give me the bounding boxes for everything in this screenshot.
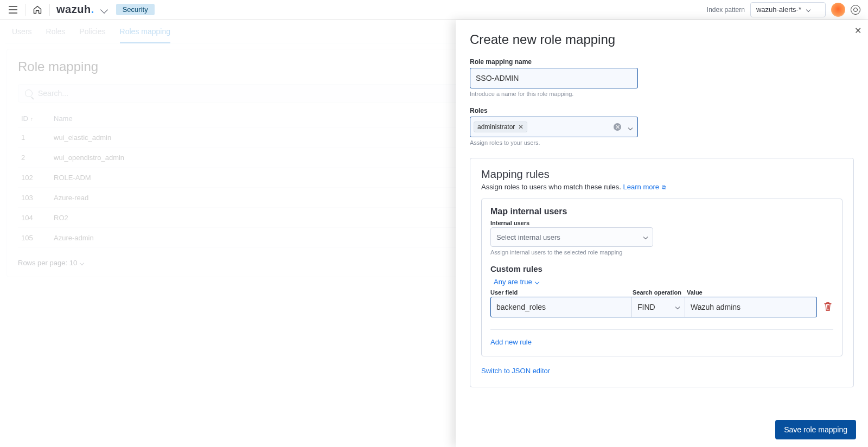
internal-users-select[interactable]: Select internal users	[490, 227, 653, 247]
tab-users[interactable]: Users	[12, 27, 32, 43]
rule-columns-header: User field Search operation Value	[490, 289, 833, 296]
role-mapping-name-input[interactable]	[470, 68, 638, 88]
index-pattern-select[interactable]: wazuh-alerts-*	[750, 2, 826, 17]
internal-users-label: Internal users	[490, 220, 833, 226]
chevron-down-icon[interactable]	[624, 123, 634, 131]
search-op-label: Search operation	[633, 289, 687, 296]
value-input[interactable]	[691, 297, 811, 317]
roles-help: Assign roles to your users.	[470, 139, 854, 146]
home-icon[interactable]	[29, 1, 46, 18]
role-pill-administrator: administrator ✕	[474, 122, 527, 132]
chevron-down-icon	[80, 260, 84, 265]
remove-pill-icon[interactable]: ✕	[518, 123, 524, 131]
mapping-rules-sub: Assign roles to users who match these ru…	[481, 183, 623, 191]
brand-logo: wazuh.	[56, 3, 94, 16]
user-field-label: User field	[490, 289, 633, 296]
cell-id: 1	[18, 127, 50, 148]
create-role-mapping-flyout: ✕ Create new role mapping Role mapping n…	[456, 20, 868, 447]
search-op-select[interactable]: FIND	[632, 297, 685, 317]
help-icon[interactable]	[851, 5, 860, 15]
chevron-down-icon	[806, 7, 810, 11]
close-icon[interactable]: ✕	[854, 25, 861, 36]
map-internal-title: Map internal users	[490, 207, 833, 216]
breadcrumb[interactable]: Security	[116, 4, 155, 15]
col-id[interactable]: ID↑	[18, 110, 50, 127]
cell-id: 104	[18, 208, 50, 228]
value-label: Value	[687, 289, 833, 296]
save-role-mapping-button[interactable]: Save role mapping	[775, 420, 856, 439]
internal-users-help: Assign internal users to the selected ro…	[490, 249, 833, 256]
custom-rules-title: Custom rules	[490, 264, 833, 273]
roles-label: Roles	[470, 107, 854, 114]
cell-name: wui_elastic_admin	[50, 127, 459, 148]
learn-more-link[interactable]: Learn more ⧉	[623, 183, 667, 191]
add-new-rule-link[interactable]: Add new rule	[490, 338, 532, 346]
name-help: Introduce a name for this role mapping.	[470, 91, 854, 97]
tab-roles[interactable]: Roles	[46, 27, 66, 43]
cell-id: 103	[18, 188, 50, 208]
cell-id: 2	[18, 148, 50, 168]
user-field-input[interactable]	[496, 297, 626, 317]
switch-json-link[interactable]: Switch to JSON editor	[481, 367, 550, 375]
hamburger-menu-icon[interactable]	[4, 1, 22, 18]
mapping-rules-panel: Mapping rules Assign roles to users who …	[470, 158, 854, 387]
avatar[interactable]	[831, 3, 845, 17]
cell-name: Azure-admin	[50, 228, 459, 248]
custom-rule-row: FIND	[490, 297, 817, 317]
cell-id: 105	[18, 228, 50, 248]
tab-roles-mapping[interactable]: Roles mapping	[120, 27, 170, 43]
search-icon	[25, 90, 33, 97]
chevron-down-icon	[535, 279, 539, 284]
tab-policies[interactable]: Policies	[79, 27, 105, 43]
roles-combobox[interactable]: administrator ✕ ✕	[470, 117, 638, 137]
index-pattern-label: Index pattern	[707, 6, 745, 14]
trash-icon[interactable]	[824, 302, 833, 311]
flyout-title: Create new role mapping	[470, 32, 854, 47]
chevron-down-icon	[643, 235, 648, 239]
cell-name: Azure-read	[50, 188, 459, 208]
cell-name: RO2	[50, 208, 459, 228]
mapping-rules-title: Mapping rules	[481, 168, 843, 181]
chevron-down-icon	[675, 305, 680, 309]
clear-all-icon[interactable]: ✕	[614, 123, 621, 131]
chevron-down-icon[interactable]	[99, 1, 110, 18]
name-label: Role mapping name	[470, 58, 854, 66]
top-navbar: wazuh. Security Index pattern wazuh-aler…	[0, 0, 868, 20]
cell-name: wui_opendistro_admin	[50, 148, 459, 168]
rules-inner-panel: Map internal users Internal users Select…	[481, 199, 843, 356]
cell-name: ROLE-ADM	[50, 168, 459, 188]
col-name[interactable]: Name	[50, 110, 459, 127]
external-link-icon: ⧉	[660, 184, 666, 190]
cell-id: 102	[18, 168, 50, 188]
rule-mode-toggle[interactable]: Any are true	[494, 278, 833, 286]
